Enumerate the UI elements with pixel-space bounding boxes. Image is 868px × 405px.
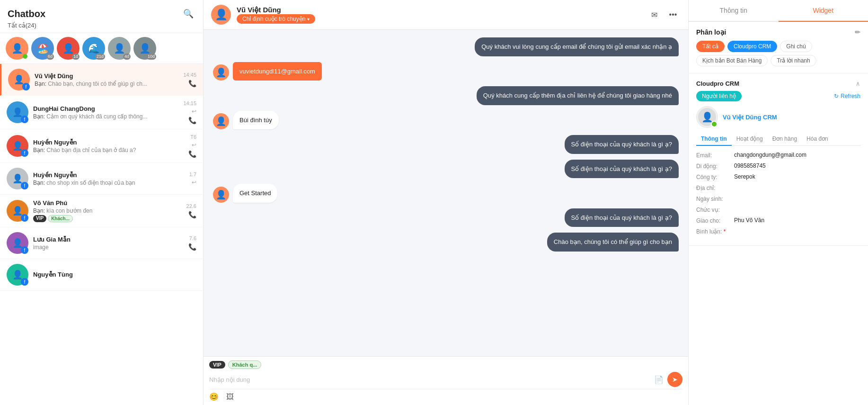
platform-icon: f: [21, 214, 28, 222]
contact-time: T6: [190, 134, 196, 140]
more-options-button[interactable]: •••: [665, 7, 681, 22]
contact-item[interactable]: 👤 f Huỳền Nguyễn Bạn: cho shop xin số đi…: [0, 163, 203, 195]
send-button[interactable]: ➤: [667, 372, 682, 387]
platform-icon: f: [22, 83, 30, 90]
contact-item[interactable]: 👤 f DungHai ChangDong Bạn: Cảm ơn quý kh…: [0, 96, 203, 129]
message-bubble: Quý khách cung cấp thêm địa chỉ liên hệ …: [477, 86, 679, 105]
contact-meta: 1.7 ↩: [189, 171, 196, 186]
chat-input-row: 📄 ➤: [209, 372, 682, 387]
chat-tools-row: 😊 🖼: [209, 389, 682, 401]
chat-header-actions: ✉ •••: [647, 7, 681, 22]
contact-item[interactable]: 👤 f Nguyễn Tùng: [0, 259, 203, 291]
contact-time: 7.6: [189, 235, 196, 241]
tag-tatca[interactable]: Tất cả: [696, 41, 725, 52]
strip-avatar-3[interactable]: 👤 1d: [57, 37, 80, 60]
right-panel: Thông tin Widget Phân loại ✏ Tất cả Clou…: [688, 0, 868, 405]
company-label: Công ty:: [696, 173, 734, 180]
message-row: Số điện thoại của quý khách là gì ạ?: [213, 135, 679, 154]
chat-contact-name: Vũ Việt Dũng: [237, 6, 641, 14]
chat-tags-row: VIP Khách q...: [209, 360, 682, 369]
contact-item[interactable]: 👤 f Huỳền Nguyễn Bạn: Chào bạn địa chỉ c…: [0, 129, 203, 163]
msg-avatar: 👤: [213, 64, 229, 81]
tab-widget[interactable]: Widget: [779, 0, 868, 22]
message-row: 👤 Bùi đình túy: [213, 111, 679, 130]
strip-avatar-2[interactable]: 🏖️ 6d: [31, 37, 54, 60]
email-label: Email:: [696, 152, 734, 159]
crm-header: Cloudpro CRM ∧: [696, 80, 860, 87]
message-row: Chào bạn, chúng tôi có thể giúp gì cho b…: [213, 233, 679, 252]
refresh-button[interactable]: ↻ Refresh: [834, 93, 860, 99]
tag-ghichu[interactable]: Ghi chú: [780, 41, 812, 52]
tag-traloi[interactable]: Trả lời nhanh: [771, 55, 816, 66]
phone-icon: 📞: [188, 150, 196, 158]
message-bubble: vuvietdungdl11@gmail.com: [233, 62, 322, 81]
emoji-button[interactable]: 😊: [209, 392, 219, 401]
send-icon: ➤: [667, 372, 682, 387]
crm-avatar: 👤: [696, 106, 718, 128]
phone-icon: 📞: [188, 80, 196, 87]
msg-avatar: 👤: [213, 113, 229, 129]
image-button[interactable]: 🖼: [226, 392, 234, 401]
message-row: Số điện thoại của quý khách là gì ạ?: [213, 160, 679, 179]
contact-meta: 7.6 📞: [188, 235, 196, 251]
strip-avatar-4[interactable]: 🌊 21d: [82, 37, 105, 60]
message-row: Quý khách vui lòng cung cấp email để chú…: [213, 37, 679, 56]
contact-info: Huỳền Nguyễn Bạn: Chào bạn địa chỉ của b…: [33, 139, 186, 153]
input-khach-tag: Khách q...: [228, 360, 262, 369]
contact-item[interactable]: 👤 f Võ Văn Phú Bạn: kìa con bướm đen VIP…: [0, 195, 203, 227]
chevron-down-icon: ▾: [307, 17, 310, 22]
contact-preview: Bạn: Cảm ơn quý khách đã cung cấp thông.…: [33, 113, 180, 120]
chat-input[interactable]: [209, 373, 650, 386]
contact-preview: image: [33, 244, 186, 251]
contact-name: Vũ Việt Dũng: [35, 72, 180, 80]
contact-preview: Bạn: Chào bạn địa chỉ của bạn ở đâu a?: [33, 147, 186, 153]
crm-contact-card: 👤 Vũ Việt Dũng CRM: [696, 106, 860, 128]
contact-name: Nguyễn Tùng: [33, 271, 194, 278]
sidebar: Chatbox 🔍 Tất cả(24) 👤 🏖️ 6d 👤 1d 🌊 21d …: [0, 0, 204, 405]
crm-link-label: Người liên hệ: [702, 93, 736, 99]
crm-tab-hoatdong[interactable]: Hoạt động: [732, 133, 768, 146]
refresh-label: Refresh: [841, 93, 860, 99]
info-row-company: Công ty: Serepok: [696, 173, 860, 180]
contact-time: 14:45: [183, 72, 196, 78]
avatar-strip: 👤 🏖️ 6d 👤 1d 🌊 21d 👤 4d 👤 10d: [0, 33, 203, 64]
crm-sub-tabs: Thông tin Hoạt động Đơn hàng Hóa đơn: [696, 133, 860, 146]
contact-item[interactable]: 👤 f Vũ Việt Dũng Bạn: Chào bạn, chúng tô…: [0, 64, 203, 96]
chat-header-avatar: 👤: [211, 5, 231, 25]
crm-tab-hoadon[interactable]: Hóa đơn: [802, 133, 833, 146]
strip-avatar-5[interactable]: 👤 4d: [108, 37, 131, 60]
crm-tab-thongtin[interactable]: Thông tin: [696, 133, 732, 146]
contact-time: 22.6: [186, 203, 196, 209]
contact-avatar: 👤 f: [7, 135, 28, 157]
assign-button[interactable]: Chỉ định cuộc trò chuyện ▾: [237, 14, 315, 24]
email-value: changdongdung@gmail.com: [734, 152, 860, 158]
strip-avatar-6[interactable]: 👤 10d: [133, 37, 156, 60]
contact-preview: Bạn: kìa con bướm đen: [33, 207, 184, 214]
tab-thongtin[interactable]: Thông tin: [689, 0, 779, 22]
tag-cloudpro[interactable]: Cloudpro CRM: [727, 41, 777, 52]
crm-contact-name[interactable]: Vũ Việt Dũng CRM: [723, 114, 777, 121]
contact-item[interactable]: 👤 f Lưu Gia Mẫn image 7.6 📞: [0, 227, 203, 259]
address-label: Địa chỉ:: [696, 184, 734, 191]
chat-main: 👤 Vũ Việt Dũng Chỉ định cuộc trò chuyện …: [204, 0, 688, 405]
phone-value: 0985858745: [734, 162, 860, 169]
edit-icon[interactable]: ✏: [855, 28, 860, 36]
search-button[interactable]: 🔍: [181, 7, 195, 21]
crm-link-button[interactable]: Người liên hệ: [696, 91, 742, 101]
crm-tab-donhang[interactable]: Đơn hàng: [768, 133, 802, 146]
platform-icon: f: [21, 182, 28, 189]
strip-avatar-1[interactable]: 👤: [6, 37, 28, 60]
platform-icon: f: [21, 278, 28, 286]
khach-tag: Khách...: [48, 215, 73, 222]
contact-list: 👤 f Vũ Việt Dũng Bạn: Chào bạn, chúng tô…: [0, 64, 203, 405]
tag-kichban[interactable]: Kịch bản Bot Bán Hàng: [696, 55, 768, 66]
phone-label: Di động:: [696, 162, 734, 170]
info-row-assign: Giao cho: Phu Võ Văn: [696, 217, 860, 224]
sidebar-header: Chatbox 🔍 Tất cả(24): [0, 0, 203, 33]
document-button[interactable]: 📄: [654, 375, 664, 384]
contact-preview: Bạn: Chào bạn, chúng tôi có thể giúp gì …: [35, 81, 180, 87]
email-button[interactable]: ✉: [647, 7, 662, 22]
company-value: Serepok: [734, 173, 860, 180]
crm-collapse-icon[interactable]: ∧: [856, 80, 860, 87]
message-bubble: Get Started: [233, 184, 277, 203]
